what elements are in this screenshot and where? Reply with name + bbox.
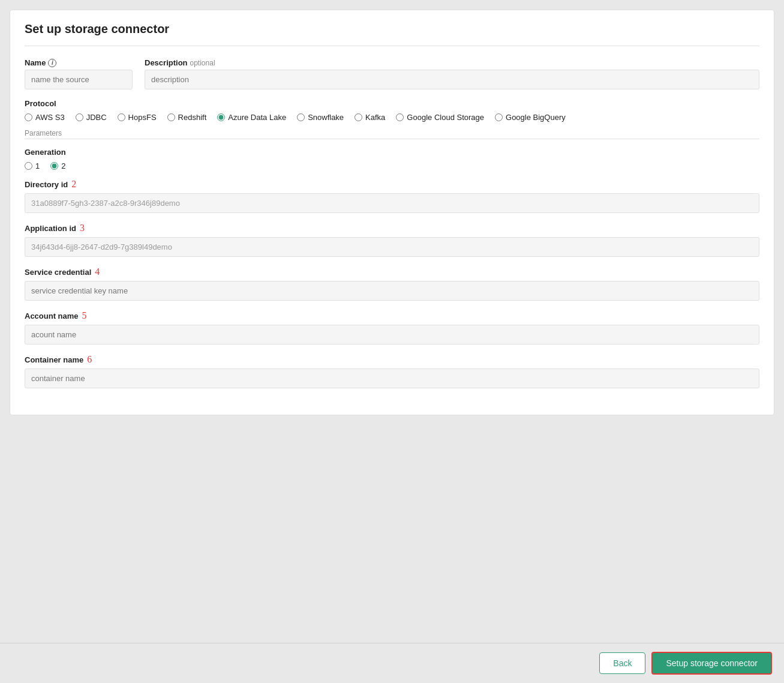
page-title: Set up storage connector — [25, 22, 759, 46]
protocol-redshift[interactable]: Redshift — [167, 113, 207, 122]
protocol-section: Protocol AWS S3 JDBC HopsFS Redshift — [25, 99, 759, 122]
generation-radio-group: 1 2 — [25, 161, 759, 170]
container-name-field: Container name 6 — [25, 354, 759, 388]
generation-1[interactable]: 1 — [25, 161, 40, 170]
generation-label: Generation — [25, 148, 759, 157]
protocol-radio-jdbc[interactable] — [76, 113, 83, 121]
container-name-label: Container name 6 — [25, 354, 759, 365]
description-field-group: Description optional — [145, 58, 759, 89]
protocol-radio-group: AWS S3 JDBC HopsFS Redshift Azure Data L… — [25, 113, 759, 122]
protocol-jdbc[interactable]: JDBC — [76, 113, 107, 122]
protocol-azure-data-lake[interactable]: Azure Data Lake — [217, 113, 286, 122]
protocol-radio-aws-s3[interactable] — [25, 113, 32, 121]
protocol-radio-azure[interactable] — [217, 113, 225, 121]
generation-radio-2[interactable] — [50, 162, 58, 170]
setup-connector-button[interactable]: Setup storage connector — [651, 652, 772, 675]
account-name-input[interactable] — [25, 325, 759, 345]
description-input[interactable] — [145, 70, 759, 89]
account-name-label: Account name 5 — [25, 310, 759, 321]
back-button[interactable]: Back — [599, 652, 645, 674]
application-id-field: Application id 3 — [25, 223, 759, 257]
protocol-radio-kafka[interactable] — [355, 113, 362, 121]
service-credential-label: Service credential 4 — [25, 266, 759, 277]
protocol-label: Protocol — [25, 99, 759, 108]
directory-id-input[interactable] — [25, 193, 759, 213]
name-description-row: Name i Description optional — [25, 58, 759, 89]
protocol-snowflake[interactable]: Snowflake — [297, 113, 344, 122]
protocol-hopsfs[interactable]: HopsFS — [118, 113, 157, 122]
protocol-google-cloud-storage[interactable]: Google Cloud Storage — [396, 113, 484, 122]
application-id-label: Application id 3 — [25, 223, 759, 233]
protocol-aws-s3[interactable]: AWS S3 — [25, 113, 65, 122]
protocol-google-bigquery[interactable]: Google BigQuery — [495, 113, 566, 122]
service-credential-field: Service credential 4 — [25, 266, 759, 301]
footer-bar: Back Setup storage connector — [0, 643, 784, 683]
name-input[interactable] — [25, 70, 133, 89]
generation-radio-1[interactable] — [25, 162, 32, 170]
generation-2[interactable]: 2 — [50, 161, 65, 170]
name-field-group: Name i — [25, 58, 133, 89]
name-label: Name i — [25, 58, 133, 67]
protocol-radio-snowflake[interactable] — [297, 113, 305, 121]
protocol-kafka[interactable]: Kafka — [355, 113, 385, 122]
generation-section: Generation 1 2 — [25, 148, 759, 170]
description-label: Description optional — [145, 58, 759, 67]
directory-id-label: Directory id 2 — [25, 179, 759, 190]
protocol-radio-redshift[interactable] — [167, 113, 175, 121]
setup-card: Set up storage connector Name i Descript… — [10, 10, 774, 415]
directory-id-field: Directory id 2 — [25, 179, 759, 213]
application-id-input[interactable] — [25, 237, 759, 257]
name-info-icon[interactable]: i — [48, 59, 56, 67]
protocol-radio-gcs[interactable] — [396, 113, 404, 121]
protocol-radio-hopsfs[interactable] — [118, 113, 125, 121]
account-name-field: Account name 5 — [25, 310, 759, 345]
protocol-radio-gbq[interactable] — [495, 113, 503, 121]
params-label: Parameters — [25, 129, 759, 137]
service-credential-input[interactable] — [25, 281, 759, 301]
container-name-input[interactable] — [25, 369, 759, 388]
params-divider — [25, 139, 759, 139]
